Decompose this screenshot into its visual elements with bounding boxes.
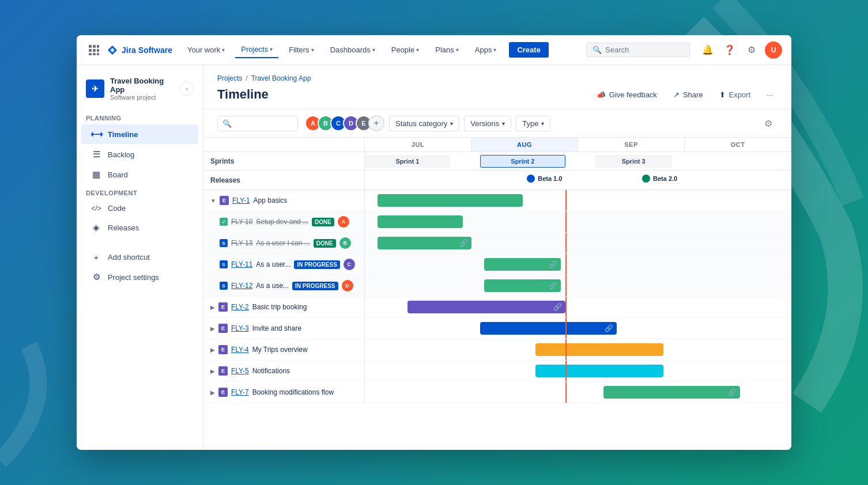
story-row-fly10[interactable]: ✓ FLY-10 Setup dev and ... DONE A [203,211,791,233]
epic-row-fly2[interactable]: ▶ E FLY-2 Basic trip booking 🔗 [203,297,791,318]
expand-icon[interactable]: ▶ [210,368,215,374]
versions-filter[interactable]: Versions ▾ [464,116,511,131]
assignee-avatar: A [338,216,349,228]
gantt-bar-fly5[interactable] [535,365,663,377]
main-window: Jira Software Your work ▾ Projects ▾ Fil… [77,35,791,450]
nav-filters[interactable]: Filters ▾ [283,42,319,58]
sidebar-item-project-settings[interactable]: ⚙ Project settings [81,267,198,287]
sidebar-item-board[interactable]: ▦ Board [81,165,198,184]
story-key[interactable]: FLY-13 [231,239,252,247]
sidebar-item-releases[interactable]: ◈ Releases [81,218,198,237]
export-button[interactable]: ⬆ Export [715,88,756,102]
timeline-settings-button[interactable]: ⚙ [759,114,778,132]
app-logo[interactable]: Jira Software [107,44,172,56]
status-category-filter[interactable]: Status category ▾ [389,116,459,131]
project-settings-icon: ⚙ [90,272,102,282]
sidebar-item-timeline[interactable]: ⟷ Timeline [81,124,198,144]
epic-key[interactable]: FLY-4 [231,346,249,354]
sidebar-item-backlog[interactable]: ☰ Backlog [81,145,198,164]
search-icon: 🔍 [592,46,602,54]
gantt-bar-fly13[interactable]: 🔗 [378,237,471,249]
sidebar-item-add-shortcut[interactable]: + Add shortcut [81,248,198,267]
gantt-bar-fly12[interactable]: 🔗 [484,279,561,292]
expand-icon[interactable]: ▶ [210,325,215,332]
share-button[interactable]: ↗ Share [669,88,708,102]
timeline-search[interactable]: 🔍 [217,116,298,131]
story-row-fly11[interactable]: S FLY-11 As a user... IN PROGRESS C 🔗 [203,254,791,275]
nav-people[interactable]: People ▾ [386,42,425,58]
type-filter[interactable]: Type ▾ [516,116,550,131]
main-layout: ✈ Travel Booking App Software project ‹ … [77,65,791,450]
story-key[interactable]: FLY-11 [231,260,252,268]
sprint-label: Sprints [203,152,365,170]
expand-icon[interactable]: ▼ [210,198,216,204]
add-avatar-button[interactable]: + [368,115,384,131]
story-key[interactable]: FLY-10 [231,218,252,226]
epic-row-fly3[interactable]: ▶ E FLY-3 Invite and share 🔗 [203,318,791,339]
status-badge: DONE [312,218,334,226]
nav-your-work[interactable]: Your work ▾ [182,42,231,58]
create-button[interactable]: Create [509,42,548,58]
epic-fly1-track [365,190,791,211]
nav-projects[interactable]: Projects ▾ [235,41,278,58]
chevron-icon: ▾ [456,47,459,53]
epic-icon: E [218,302,228,312]
breadcrumb-projects[interactable]: Projects [217,74,242,82]
expand-icon[interactable]: ▶ [210,389,215,396]
epic-key[interactable]: FLY-2 [231,303,249,311]
svg-rect-3 [89,49,92,52]
epic-row-fly7[interactable]: ▶ E FLY-7 Booking modifications flow 🔗 [203,382,791,403]
user-avatar[interactable]: U [765,41,782,59]
epic-key[interactable]: FLY-5 [231,367,249,375]
link-icon: 🔗 [605,324,613,332]
epic-row-fly1[interactable]: ▼ E FLY-1 App basics [203,190,791,211]
epic-row-fly4[interactable]: ▶ E FLY-4 My Trips overview [203,339,791,361]
nav-dashboards[interactable]: Dashboards ▾ [324,42,381,58]
release-dot-icon [527,175,535,183]
notifications-icon[interactable]: 🔔 [699,41,716,59]
epic-key[interactable]: FLY-1 [232,196,250,204]
svg-rect-4 [93,49,96,52]
story-fly12-label: S FLY-12 As a use... IN PROGRESS D [203,275,365,296]
story-row-fly13[interactable]: S FLY-13 As a user I can ... DONE B 🔗 [203,233,791,254]
settings-icon[interactable]: ⚙ [743,41,760,59]
story-key[interactable]: FLY-12 [231,282,252,290]
gantt-bar-fly7[interactable]: 🔗 [603,386,740,399]
epic-fly5-track [365,361,791,381]
releases-row: Releases Beta 1.0 Beta 2.0 [203,170,791,190]
month-jul: JUL [365,138,471,151]
epic-name: Invite and share [252,324,301,332]
search-bar[interactable]: 🔍 Search [586,43,690,57]
breadcrumb-project[interactable]: Travel Booking App [251,74,311,82]
release-beta-1[interactable]: Beta 1.0 [527,175,562,183]
expand-icon[interactable]: ▶ [210,304,215,310]
epic-name: Notifications [252,367,290,375]
gantt-bar-fly10[interactable] [378,215,463,228]
gantt-bar-fly3[interactable]: 🔗 [480,322,617,335]
status-category-label: Status category [395,119,447,128]
timeline-area[interactable]: JUL AUG SEP OCT Sprints Sprint 1 Sprint … [203,138,791,450]
epic-key[interactable]: FLY-7 [231,388,249,396]
give-feedback-button[interactable]: 📣 Give feedback [592,88,662,102]
top-navigation: Jira Software Your work ▾ Projects ▾ Fil… [77,35,791,65]
today-line [565,382,567,403]
nav-plans[interactable]: Plans ▾ [429,42,465,58]
gantt-bar-fly1[interactable] [378,194,523,207]
sprint-3-block: Sprint 3 [595,155,672,168]
epic-row-fly5[interactable]: ▶ E FLY-5 Notifications [203,361,791,382]
nav-apps[interactable]: Apps ▾ [469,42,503,58]
story-row-fly12[interactable]: S FLY-12 As a use... IN PROGRESS D 🔗 [203,275,791,297]
expand-icon[interactable]: ▶ [210,347,215,353]
gantt-bar-fly11[interactable]: 🔗 [484,258,561,271]
sidebar-collapse-button[interactable]: ‹ [180,82,194,96]
gantt-bar-fly4[interactable] [535,343,663,356]
gantt-bar-fly2[interactable]: 🔗 [407,301,565,313]
grid-icon[interactable] [86,42,102,58]
help-icon[interactable]: ❓ [721,41,738,59]
more-options-button[interactable]: ··· [762,88,778,102]
release-beta-2[interactable]: Beta 2.0 [642,175,677,183]
epic-key[interactable]: FLY-3 [231,324,249,332]
chevron-icon: ▾ [372,47,375,53]
story-icon: ✓ [220,218,228,226]
sidebar-item-code[interactable]: </> Code [81,199,198,217]
